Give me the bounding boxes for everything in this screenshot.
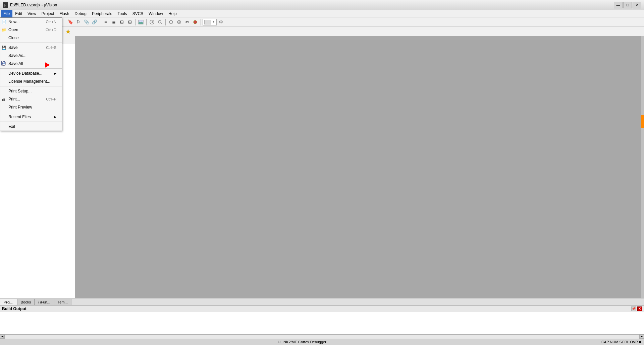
circle1-button[interactable] (167, 18, 175, 26)
device-db-label: Device Database... (8, 71, 42, 76)
save-all-label: Save All (8, 61, 23, 66)
save-shortcut: Ctrl+S (46, 46, 56, 50)
tab-books[interactable]: Books (17, 299, 35, 305)
bottom-tabs: Proj... Books {}Fun... Tem... (0, 298, 644, 305)
print-label: Print... (8, 97, 20, 101)
settings-button[interactable]: ⚙ (217, 18, 225, 26)
menu-peripherals[interactable]: Peripherals (89, 10, 115, 17)
new-icon: 📄 (2, 20, 6, 24)
build-output-pin[interactable]: 📌 (631, 306, 636, 311)
menu-save-as[interactable]: Save As... (0, 52, 62, 60)
svg-rect-38 (3, 62, 4, 63)
maximize-button[interactable]: □ (623, 2, 632, 8)
separator (135, 19, 136, 25)
menu-recent-files[interactable]: Recent Files (0, 113, 62, 121)
menu-print[interactable]: 🖨 Print... Ctrl+P (0, 95, 62, 103)
separator1 (0, 43, 62, 43)
svg-point-16 (194, 20, 197, 24)
editor-area (75, 36, 644, 298)
tab-project[interactable]: Proj... (0, 299, 17, 305)
menu-file[interactable]: File (1, 10, 12, 17)
separator (100, 19, 100, 25)
menu-svcs[interactable]: SVCS (130, 10, 146, 17)
scrollbar-thumb[interactable] (641, 115, 644, 128)
attach-button[interactable]: 📎 (83, 18, 90, 26)
close-label: Close (8, 36, 19, 40)
scissor-button[interactable]: ✂ (183, 18, 191, 26)
print-shortcut: Ctrl+P (46, 97, 56, 101)
right-scrollbar[interactable] (641, 36, 644, 298)
detail-button[interactable]: ≣ (110, 18, 117, 26)
menu-new[interactable]: 📄 New... Ctrl+N (0, 18, 62, 26)
menu-license[interactable]: License Management... (0, 77, 62, 85)
tab-templates[interactable]: Tem... (54, 299, 71, 305)
menu-device-database[interactable]: Device Database... (0, 69, 62, 77)
menu-help[interactable]: Help (166, 10, 179, 17)
fire-button[interactable] (192, 18, 199, 26)
scroll-left-btn[interactable]: ◀ (0, 335, 5, 339)
menu-edit[interactable]: Edit (12, 10, 25, 17)
expand-button[interactable]: ⊞ (126, 18, 133, 26)
menu-window[interactable]: Window (146, 10, 166, 17)
title-text: E:\5\LED.uvprojx - µVision (10, 3, 57, 7)
tab-functions[interactable]: {}Fun... (35, 299, 54, 305)
save-all-icon (1, 61, 6, 67)
list-button[interactable]: ≡ (102, 18, 109, 26)
menu-save-all[interactable]: Save All (0, 60, 62, 68)
view-dropdown[interactable]: ▼ (203, 19, 217, 25)
menu-tools[interactable]: Tools (115, 10, 130, 17)
svg-rect-39 (3, 64, 5, 65)
exit-label: Exit (8, 124, 15, 129)
scroll-track[interactable] (5, 335, 639, 339)
status-debugger: ULINK2/ME Cortex Debugger (278, 340, 326, 344)
menu-close[interactable]: Close (0, 34, 62, 42)
separator (146, 19, 147, 25)
collapse-button[interactable]: ⊟ (118, 18, 125, 26)
menu-print-preview[interactable]: Print Preview (0, 103, 62, 111)
minimize-button[interactable]: — (614, 2, 623, 8)
menu-project[interactable]: Project (39, 10, 57, 17)
separator (165, 19, 166, 25)
view-dropdown-group: ▼ (203, 19, 217, 25)
image-button[interactable] (137, 18, 145, 26)
separator (201, 19, 201, 25)
app-icon: µ (3, 2, 8, 8)
save-as-label: Save As... (8, 53, 26, 58)
recent-files-label: Recent Files (8, 115, 31, 119)
print-preview-label: Print Preview (8, 105, 32, 110)
close-button[interactable]: ✕ (633, 2, 641, 8)
file-menu-dropdown: 📄 New... Ctrl+N 📁 Open Ctrl+O Close 💾 Sa… (0, 17, 62, 131)
link-button[interactable]: 🔗 (91, 18, 98, 26)
status-indicators: CAP NUM SCRL OVR ■ (601, 340, 641, 344)
star-button[interactable] (64, 28, 72, 35)
flag-button[interactable]: ⚐ (75, 18, 82, 26)
menu-view[interactable]: View (25, 10, 39, 17)
nav-back-button[interactable] (148, 18, 156, 26)
new-shortcut: Ctrl+N (46, 20, 56, 24)
open-label: Open (8, 27, 18, 32)
menu-exit[interactable]: Exit (0, 123, 62, 131)
title-bar: µ E:\5\LED.uvprojx - µVision — □ ✕ (0, 0, 644, 10)
horizontal-scrollbar[interactable]: ◀ ▶ (0, 334, 644, 338)
menu-open[interactable]: 📁 Open Ctrl+O (0, 26, 62, 34)
build-output-content (0, 312, 644, 334)
menu-debug[interactable]: Debug (72, 10, 89, 17)
new-label: New... (8, 19, 19, 24)
save-icon: 💾 (2, 46, 6, 50)
menu-print-setup[interactable]: Print Setup... (0, 87, 62, 95)
separator5 (0, 122, 62, 122)
save-label: Save (8, 45, 17, 50)
separator2 (0, 68, 62, 69)
title-controls: — □ ✕ (614, 2, 641, 8)
menu-save[interactable]: 💾 Save Ctrl+S (0, 44, 62, 52)
toolbar-main: ↩ ↪ ⬅ ➡ 🔖 ⚐ 📎 🔗 ≡ ≣ ⊟ ⊞ ✂ ▼ ⚙ (0, 17, 644, 27)
find-button[interactable] (156, 18, 164, 26)
menu-flash[interactable]: Flash (57, 10, 72, 17)
build-output-close[interactable]: ✕ (637, 306, 642, 311)
separator4 (0, 112, 62, 112)
scroll-right-btn[interactable]: ▶ (639, 335, 644, 339)
bookmark-button[interactable]: 🔖 (67, 18, 74, 26)
circle2-button[interactable] (175, 18, 183, 26)
open-shortcut: Ctrl+O (46, 28, 56, 32)
svg-marker-29 (66, 29, 70, 33)
